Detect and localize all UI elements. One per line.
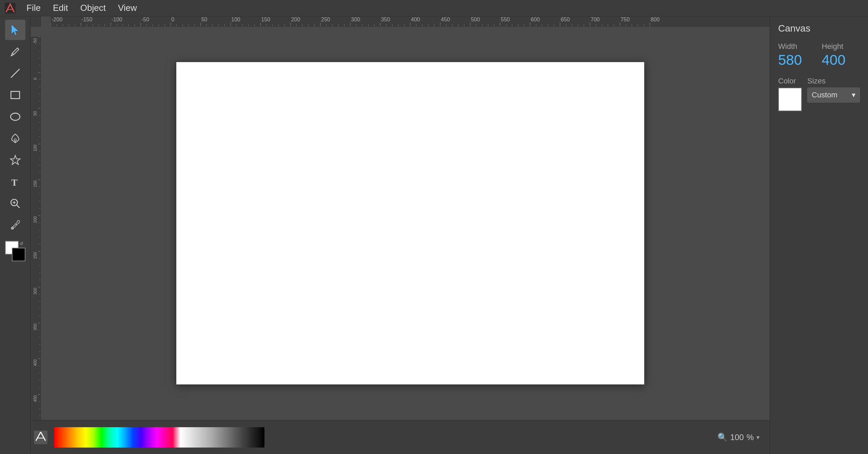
menu-view[interactable]: View [112, 1, 143, 15]
zoom-dropdown-icon[interactable]: ▾ [756, 434, 760, 441]
menu-file[interactable]: File [20, 1, 47, 15]
color-swatch-area: ↺ [5, 241, 25, 261]
height-value[interactable]: 400 [822, 53, 860, 67]
tool-text[interactable]: T [5, 172, 25, 192]
zoom-icon: 🔍 [717, 433, 728, 442]
tool-pen[interactable] [5, 128, 25, 149]
palette-icon [31, 427, 51, 448]
tool-rectangle[interactable] [5, 85, 25, 105]
tool-zoom[interactable] [5, 193, 25, 214]
tool-eyedropper[interactable] [5, 215, 25, 235]
height-label: Height [822, 42, 860, 51]
ruler-vertical [31, 37, 41, 420]
sizes-field: Sizes Custom ▾ [807, 77, 860, 102]
sizes-dropdown-value: Custom [812, 91, 837, 99]
svg-rect-3 [11, 91, 20, 98]
tool-star[interactable] [5, 150, 25, 170]
menu-edit[interactable]: Edit [47, 1, 74, 15]
height-field: Height 400 [822, 42, 860, 67]
svg-line-9 [17, 205, 20, 208]
svg-text:T: T [11, 177, 17, 188]
panel-title: Canvas [778, 23, 860, 34]
color-sizes-row: Color Sizes Custom ▾ [778, 77, 860, 111]
background-color[interactable] [12, 248, 25, 261]
canvas-document [176, 62, 644, 384]
svg-line-2 [11, 69, 20, 78]
ruler-horizontal [51, 16, 770, 26]
menu-object[interactable]: Object [74, 1, 112, 15]
tool-select[interactable] [5, 20, 25, 40]
color-block-wrap: Color [778, 77, 802, 111]
svg-point-1 [11, 55, 12, 56]
sizes-label: Sizes [807, 77, 860, 86]
zoom-indicator: 🔍 100 % ▾ [717, 433, 760, 442]
tool-pencil[interactable] [5, 41, 25, 62]
zoom-symbol: % [747, 433, 754, 442]
menubar: File Edit Object View [0, 0, 868, 16]
work-area[interactable] [51, 26, 770, 420]
app-logo [3, 1, 17, 15]
width-value[interactable]: 580 [778, 53, 816, 67]
tool-line[interactable] [5, 63, 25, 83]
color-palette[interactable] [54, 427, 264, 448]
color-label: Color [778, 77, 802, 86]
ruler-h-canvas [51, 16, 770, 26]
ruler-v-canvas [31, 37, 41, 420]
dimensions-row: Width 580 Height 400 [778, 42, 860, 67]
sizes-dropdown[interactable]: Custom ▾ [807, 88, 860, 102]
ruler-corner [31, 16, 41, 26]
sizes-dropdown-arrow: ▾ [852, 91, 855, 99]
width-field: Width 580 [778, 42, 816, 67]
svg-point-4 [11, 113, 20, 120]
svg-point-5 [14, 139, 16, 141]
canvas-color-picker[interactable] [778, 88, 802, 111]
toolbar: T ↺ [0, 16, 31, 454]
width-label: Width [778, 42, 816, 51]
right-panel: Canvas Width 580 Height 400 Color Sizes … [770, 16, 868, 454]
canvas-area: 🔍 100 % ▾ [31, 16, 770, 454]
color-reset-icon[interactable]: ↺ [19, 241, 25, 247]
zoom-value: 100 [730, 433, 744, 442]
bottombar: 🔍 100 % ▾ [31, 420, 770, 454]
main-area: T ↺ [0, 16, 868, 454]
tool-ellipse[interactable] [5, 107, 25, 127]
